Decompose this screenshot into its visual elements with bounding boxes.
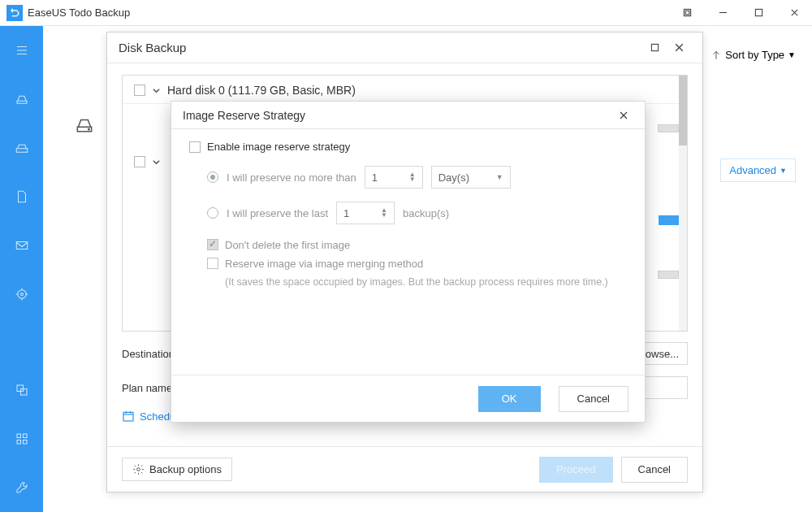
preserve-nomore-radio[interactable] (207, 171, 218, 183)
svg-rect-28 (123, 412, 133, 421)
svg-rect-22 (23, 440, 27, 445)
svg-point-11 (17, 290, 26, 299)
preserve-nomore-count[interactable]: 1 ▲▼ (365, 166, 423, 189)
caret-down-icon: ▼ (780, 167, 787, 175)
window-pinbox-button[interactable] (669, 0, 705, 26)
svg-rect-9 (16, 149, 28, 153)
dialog-header: Disk Backup (107, 33, 702, 63)
sort-label: Sort by Type (725, 49, 784, 61)
disk-backup-glyph (74, 114, 95, 138)
backup-options-label: Backup options (149, 463, 222, 475)
svg-rect-1 (685, 11, 689, 15)
disk-row[interactable]: Hard disk 0 (111.79 GB, Basic, MBR) (123, 76, 687, 104)
preserve-last-radio[interactable] (207, 207, 218, 219)
reserve-merge-note: (It saves the space occupied by images. … (225, 276, 627, 288)
chevron-down-icon[interactable] (152, 158, 161, 167)
ok-button[interactable]: OK (478, 386, 541, 412)
dialog-close-button[interactable] (667, 36, 691, 60)
preserve-unit-select[interactable]: Day(s) ▼ (431, 166, 511, 189)
advanced-button[interactable]: Advanced ▼ (720, 158, 796, 182)
menu-icon[interactable] (12, 41, 32, 60)
app-logo: ⮌ (6, 5, 23, 21)
settings-icon[interactable] (12, 478, 32, 497)
window-minimize-button[interactable] (705, 0, 741, 26)
image-reserve-dialog: Image Reserve Strategy Enable image rese… (171, 101, 646, 423)
svg-rect-0 (684, 9, 690, 15)
system-backup-icon[interactable] (12, 138, 32, 158)
proceed-button[interactable]: Proceed (539, 457, 612, 483)
sort-by-button[interactable]: Sort by Type ▼ (710, 49, 796, 61)
stepper-arrows-icon[interactable]: ▲▼ (381, 208, 387, 218)
mail-backup-icon[interactable] (12, 236, 32, 255)
svg-rect-19 (17, 434, 21, 438)
scrollbar-thumb[interactable] (679, 76, 687, 145)
partition-usage-bar (659, 215, 679, 225)
enable-strategy-label: Enable image reserve strategy (207, 141, 350, 153)
advanced-label: Advanced (729, 164, 776, 176)
svg-rect-17 (17, 385, 24, 392)
chevron-down-icon[interactable] (152, 86, 161, 95)
svg-rect-25 (651, 44, 658, 50)
partition-block (658, 124, 679, 132)
app-title: EaseUS Todo Backup (28, 7, 669, 19)
window-close-button[interactable] (776, 0, 812, 26)
enable-strategy-checkbox[interactable] (189, 141, 201, 153)
backup-options-button[interactable]: Backup options (122, 458, 232, 481)
cancel-button[interactable]: Cancel (621, 457, 688, 483)
partition-block (658, 271, 679, 279)
reserve-merge-label: Reserve image via image merging method (225, 258, 423, 270)
svg-rect-21 (17, 440, 21, 445)
modal-cancel-button[interactable]: Cancel (559, 386, 628, 412)
clone-icon[interactable] (12, 380, 32, 400)
main-area: Sort by Type ▼ Advanced ▼ Disk Backup Ha (43, 26, 812, 512)
svg-rect-18 (20, 389, 27, 396)
sidebar (0, 26, 43, 512)
target-icon[interactable] (12, 284, 32, 304)
preserve-nomore-label: I will preserve no more than (227, 171, 356, 184)
dialog-maximize-button[interactable] (642, 36, 667, 60)
file-backup-icon[interactable] (12, 187, 32, 206)
disk-title: Hard disk 0 (111.79 GB, Basic, MBR) (167, 84, 356, 97)
titlebar: ⮌ EaseUS Todo Backup (0, 0, 812, 26)
modal-close-button[interactable] (614, 106, 633, 125)
modal-title: Image Reserve Strategy (183, 109, 305, 122)
svg-rect-3 (755, 9, 762, 15)
dialog-title: Disk Backup (119, 41, 186, 54)
svg-point-12 (20, 293, 23, 296)
svg-rect-10 (16, 242, 28, 249)
disk-checkbox[interactable] (134, 85, 145, 96)
disk-backup-icon[interactable] (12, 89, 32, 109)
preserve-last-count[interactable]: 1 ▲▼ (336, 202, 395, 224)
preserve-last-label: I will preserve the last (227, 207, 328, 219)
svg-point-32 (137, 468, 140, 471)
caret-down-icon: ▼ (496, 173, 503, 181)
dont-delete-first-checkbox[interactable] (207, 239, 218, 250)
stepper-arrows-icon[interactable]: ▲▼ (409, 172, 416, 182)
dont-delete-first-label: Don't delete the first image (225, 239, 350, 251)
preserve-last-suffix: backup(s) (403, 207, 449, 219)
svg-rect-20 (23, 434, 27, 438)
svg-point-24 (89, 128, 90, 130)
caret-down-icon: ▼ (788, 50, 796, 59)
disk-checkbox[interactable] (134, 156, 145, 167)
reserve-merge-checkbox[interactable] (207, 258, 218, 269)
tools-icon[interactable] (12, 429, 32, 449)
window-maximize-button[interactable] (741, 0, 776, 26)
